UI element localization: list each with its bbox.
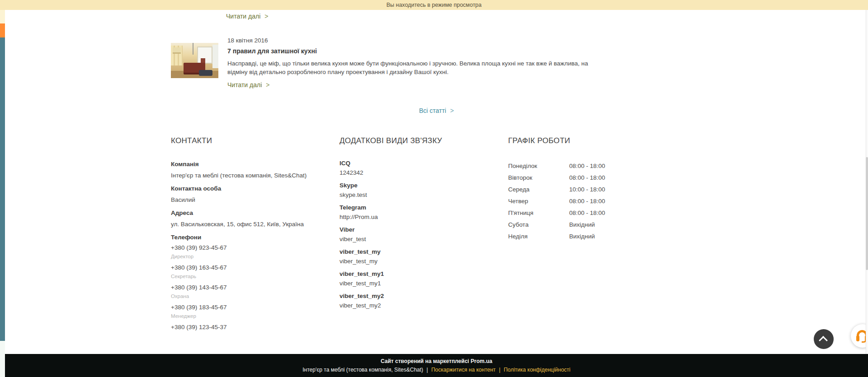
phone-number: +380 (39) 923-45-67 <box>171 243 325 253</box>
schedule-row: Вівторок 08:00 - 18:00 <box>508 172 635 184</box>
schedule-row: Неділя Вихідний <box>508 231 635 242</box>
extra-contact-item: viber_test_my viber_test_my <box>340 247 475 266</box>
extra-contact-label: ICQ <box>340 159 475 168</box>
schedule-hours: Вихідний <box>569 231 595 242</box>
page-scrollbar[interactable] <box>866 10 868 354</box>
contact-field-label: Компанія <box>171 160 325 169</box>
edge-teal-segment <box>0 37 5 341</box>
phone-note: Охрана <box>171 293 325 300</box>
phone-entry: +380 (39) 163-45-67 Секретарь <box>171 263 325 280</box>
contact-field-person: Контактна особа Василий <box>171 184 325 205</box>
article-excerpt: Насправді, це міф, що тільки велика кухн… <box>227 59 589 76</box>
marketplace-credit: Сайт створений на маркетплейсі Prom.ua <box>5 358 868 365</box>
extra-contact-value: viber_test_my2 <box>340 301 475 310</box>
phone-number: +380 (39) 143-45-67 <box>171 283 325 293</box>
chevron-up-icon <box>819 336 828 345</box>
all-articles-row: Всі статті > <box>5 107 868 115</box>
article-read-more-link[interactable]: Читати далі > <box>227 81 269 89</box>
article-title[interactable]: 7 правил для затишної кухні <box>227 47 317 55</box>
schedule-day: П'ятниця <box>508 207 569 219</box>
scrollbar-thumb[interactable] <box>866 157 868 270</box>
schedule-row: Понеділок 08:00 - 18:00 <box>508 160 635 172</box>
phone-number: +380 (39) 183-45-67 <box>171 303 325 312</box>
all-articles-label: Всі статті <box>419 107 446 114</box>
schedule-day: Середа <box>508 184 569 195</box>
previous-article-read-more-link[interactable]: Читати далі > <box>226 12 268 20</box>
footer-contacts-column: КОНТАКТИ Компанія Інтер'єр та меблі (тес… <box>171 136 325 335</box>
contacts-title: КОНТАКТИ <box>171 136 325 145</box>
chevron-right-icon: > <box>450 107 454 114</box>
article-date: 18 квітня 2016 <box>227 37 268 44</box>
thumbnail-window-shape <box>212 45 218 68</box>
phone-note: Менеджер <box>171 312 325 320</box>
extra-contact-item: Viber viber_test <box>340 225 475 244</box>
phone-note: Директор <box>171 253 325 260</box>
schedule-hours: 08:00 - 18:00 <box>569 195 605 207</box>
edge-cream-segment <box>0 10 5 23</box>
extra-contact-value: viber_test <box>340 235 475 244</box>
phone-number: +380 (39) 163-45-67 <box>171 263 325 273</box>
contact-field-company: Компанія Інтер'єр та меблі (тестова комп… <box>171 160 325 180</box>
extra-contact-label: Telegram <box>340 203 475 212</box>
footer-links-row: Інтер'єр та меблі (тестова компанія, Sit… <box>5 367 868 373</box>
footer-separator: | <box>426 367 428 373</box>
contact-field-value: ул. Васильковская, 15, офис 512, Київ, У… <box>171 220 325 229</box>
chevron-right-icon: > <box>264 13 268 20</box>
schedule-hours: Вихідний <box>569 219 595 231</box>
schedule-day: Неділя <box>508 231 569 242</box>
schedule-day: Субота <box>508 219 569 231</box>
phone-note: Секретарь <box>171 273 325 280</box>
schedule-row: П'ятниця 08:00 - 18:00 <box>508 207 635 219</box>
schedule-row: Четвер 08:00 - 18:00 <box>508 195 635 207</box>
phones-label: Телефони <box>171 233 325 242</box>
all-articles-link[interactable]: Всі статті > <box>419 107 454 114</box>
extra-contact-item: ICQ 1242342 <box>340 159 475 177</box>
extra-contacts-title: ДОДАТКОВІ ВИДИ ЗВ'ЯЗКУ <box>340 136 475 145</box>
phone-entry: +380 (39) 123-45-37 <box>171 322 325 332</box>
view-mode-banner: Вы находитесь в режиме просмотра <box>0 0 868 10</box>
footer-extra-contacts-column: ДОДАТКОВІ ВИДИ ЗВ'ЯЗКУ ICQ 1242342 Skype… <box>340 136 475 314</box>
extra-contact-value: viber_test_my1 <box>340 279 475 288</box>
extra-contact-item: viber_test_my2 viber_test_my2 <box>340 292 475 310</box>
extra-contact-label: viber_test_my1 <box>340 270 475 279</box>
read-more-label: Читати далі <box>226 13 260 20</box>
article-thumbnail[interactable] <box>171 43 218 78</box>
phone-entry: +380 (39) 183-45-67 Менеджер <box>171 303 325 320</box>
extra-contact-value: viber_test_my <box>340 257 475 266</box>
schedule-hours: 08:00 - 18:00 <box>569 207 605 219</box>
schedule-day: Вівторок <box>508 172 569 184</box>
extra-contact-item: Telegram http://Prom.ua <box>340 203 475 222</box>
report-content-link[interactable]: Поскаржитися на контент <box>431 367 495 373</box>
footer-schedule-column: ГРАФІК РОБОТИ Понеділок 08:00 - 18:00 Ві… <box>508 136 635 242</box>
read-more-label: Читати далі <box>227 81 262 88</box>
extra-contact-value: skype.test <box>340 191 475 200</box>
left-edge-strip <box>0 10 5 377</box>
schedule-row: Субота Вихідний <box>508 219 635 231</box>
contact-field-label: Контактна особа <box>171 184 325 193</box>
contact-field-address: Адреса ул. Васильковская, 15, офис 512, … <box>171 209 325 229</box>
extra-contact-label: viber_test_my2 <box>340 292 475 301</box>
footer-company-name: Інтер'єр та меблі (тестова компанія, Sit… <box>302 367 423 373</box>
extra-contact-value: http://Prom.ua <box>340 213 475 222</box>
edge-pale-segment <box>0 341 5 377</box>
schedule-title: ГРАФІК РОБОТИ <box>508 136 635 145</box>
phone-entry: +380 (39) 923-45-67 Директор <box>171 243 325 260</box>
view-mode-banner-text: Вы находитесь в режиме просмотра <box>387 2 482 8</box>
thumbnail-pillow-shape <box>199 70 212 76</box>
schedule-day: Понеділок <box>508 160 569 172</box>
contact-field-label: Адреса <box>171 209 325 218</box>
extra-contact-label: Skype <box>340 181 475 190</box>
contact-field-value: Інтер'єр та меблі (тестова компанія, Sit… <box>171 171 325 180</box>
privacy-policy-link[interactable]: Політика конфіденційності <box>504 367 571 373</box>
scroll-to-top-button[interactable] <box>814 329 834 349</box>
thumbnail-lamp-shape <box>193 43 193 55</box>
phone-entry: +380 (39) 143-45-67 Охрана <box>171 283 325 300</box>
extra-contact-item: viber_test_my1 viber_test_my1 <box>340 270 475 288</box>
extra-contact-value: 1242342 <box>340 168 475 177</box>
edge-orange-panel-handle[interactable] <box>0 23 5 37</box>
schedule-row: Середа 10:00 - 18:00 <box>508 184 635 195</box>
schedule-hours: 10:00 - 18:00 <box>569 184 605 195</box>
schedule-day: Четвер <box>508 195 569 207</box>
thumbnail-hood-shape <box>173 47 181 54</box>
schedule-hours: 08:00 - 18:00 <box>569 172 605 184</box>
